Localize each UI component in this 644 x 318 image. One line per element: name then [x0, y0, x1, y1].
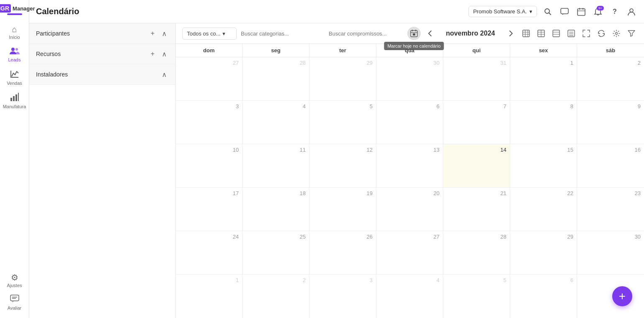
search-compromissos-input[interactable]	[329, 28, 403, 39]
cal-cell-0-2[interactable]: 29	[309, 57, 376, 100]
today-button[interactable]	[407, 27, 421, 40]
cal-cell-0-5[interactable]: 1	[510, 57, 577, 100]
svg-point-0	[11, 48, 15, 51]
user-icon[interactable]	[626, 6, 637, 18]
list-view-icon[interactable]	[565, 28, 577, 39]
cal-cell-1-1[interactable]: 4	[243, 101, 309, 144]
calendar-area: Todos os co... ▾	[176, 23, 644, 318]
cal-cell-5-5[interactable]: 6	[510, 275, 577, 318]
sidebar-item-avaliar[interactable]: Avaliar	[0, 291, 29, 314]
collapse-recursos-button[interactable]: ∧	[160, 50, 169, 58]
cal-cell-5-6[interactable]	[577, 275, 644, 318]
vendas-icon	[10, 69, 19, 79]
cal-cell-2-0[interactable]: 10	[176, 144, 243, 187]
cal-cell-4-6[interactable]: 30	[577, 231, 644, 274]
collapse-instaladores-button[interactable]: ∧	[160, 70, 169, 79]
cal-cell-3-4[interactable]: 21	[443, 188, 510, 231]
next-month-button[interactable]	[505, 28, 517, 39]
search-icon[interactable]	[542, 6, 554, 18]
filter-dropdown[interactable]: Todos os co... ▾	[182, 28, 237, 40]
cal-cell-4-2[interactable]: 26	[309, 231, 376, 274]
section-participantes: Participantes + ∧	[29, 23, 175, 44]
sidebar-item-inicio[interactable]: ⌂ Início	[0, 22, 29, 43]
cal-cell-4-4[interactable]: 28	[443, 231, 510, 274]
cal-cell-3-1[interactable]: 18	[243, 188, 309, 231]
cal-cell-0-6[interactable]: 2	[577, 57, 644, 100]
sidebar-item-ajustes[interactable]: ⚙ Ajustes	[0, 270, 29, 291]
cal-cell-2-6[interactable]: 16	[577, 144, 644, 187]
cal-cell-3-5[interactable]: 22	[510, 188, 577, 231]
cal-date-0-6: 2	[580, 60, 641, 66]
cal-cell-2-4[interactable]: 14	[443, 144, 510, 187]
cal-date-3-5: 22	[514, 190, 573, 196]
help-icon[interactable]: ?	[609, 6, 621, 18]
week-view-icon[interactable]	[535, 28, 547, 39]
section-participantes-header[interactable]: Participantes + ∧	[29, 23, 175, 43]
cal-cell-5-0[interactable]: 1	[176, 275, 243, 318]
day-header-sab: sáb	[577, 44, 644, 57]
collapse-participantes-button[interactable]: ∧	[160, 29, 169, 38]
calendar-topbar-icon[interactable]	[575, 6, 587, 18]
search-categories-input[interactable]	[241, 28, 325, 39]
filter-icon[interactable]	[626, 28, 637, 39]
cal-cell-0-0[interactable]: 27	[176, 57, 243, 100]
bell-icon[interactable]: 9+	[592, 6, 604, 18]
cal-cell-1-0[interactable]: 3	[176, 101, 243, 144]
company-selector[interactable]: Promob Software S.A. ▾	[468, 6, 537, 17]
cal-cell-5-4[interactable]: 5	[443, 275, 510, 318]
cal-cell-4-3[interactable]: 27	[376, 231, 443, 274]
chat-icon[interactable]	[559, 6, 570, 18]
day-view-icon[interactable]	[550, 28, 562, 39]
avaliar-icon	[10, 295, 19, 304]
cal-cell-2-1[interactable]: 11	[243, 144, 309, 187]
cal-cell-4-1[interactable]: 25	[243, 231, 309, 274]
add-participantes-button[interactable]: +	[148, 29, 157, 38]
cal-week-5: 123456	[176, 275, 644, 318]
month-view-icon[interactable]	[520, 28, 532, 39]
sidebar-item-vendas[interactable]: Vendas	[0, 66, 29, 89]
cal-cell-2-5[interactable]: 15	[510, 144, 577, 187]
calendar-nav-right: Marcar hoje no calendário novembro 2024	[407, 27, 637, 40]
cal-date-5-4: 5	[447, 277, 506, 283]
logo-bar	[7, 13, 22, 15]
cal-cell-0-3[interactable]: 30	[376, 57, 443, 100]
cal-cell-5-3[interactable]: 4	[376, 275, 443, 318]
cal-cell-3-0[interactable]: 17	[176, 188, 243, 231]
cal-cell-3-3[interactable]: 20	[376, 188, 443, 231]
section-recursos-header[interactable]: Recursos + ∧	[29, 44, 175, 64]
cal-cell-4-5[interactable]: 29	[510, 231, 577, 274]
cal-cell-1-3[interactable]: 6	[376, 101, 443, 144]
cal-week-3: 17181920212223	[176, 188, 644, 231]
cal-cell-2-3[interactable]: 13	[376, 144, 443, 187]
refresh-icon[interactable]	[595, 28, 607, 39]
sidebar-item-manufatura[interactable]: Manufatura	[0, 89, 29, 112]
section-instaladores-header[interactable]: Instaladores ∧	[29, 64, 175, 84]
leads-icon	[10, 46, 20, 56]
prev-month-button[interactable]	[424, 28, 436, 39]
cal-cell-1-2[interactable]: 5	[309, 101, 376, 144]
home-icon: ⌂	[12, 25, 17, 33]
cal-cell-0-1[interactable]: 28	[243, 57, 309, 100]
cal-cell-4-0[interactable]: 24	[176, 231, 243, 274]
section-instaladores: Instaladores ∧	[29, 64, 175, 85]
add-event-fab[interactable]: +	[612, 286, 632, 306]
sidebar-item-leads[interactable]: Leads	[0, 43, 29, 66]
cal-date-4-3: 27	[380, 234, 440, 240]
expand-view-icon[interactable]	[580, 28, 592, 39]
cal-cell-0-4[interactable]: 31	[443, 57, 510, 100]
cal-cell-5-2[interactable]: 3	[309, 275, 376, 318]
cal-cell-3-2[interactable]: 19	[309, 188, 376, 231]
cal-cell-2-2[interactable]: 12	[309, 144, 376, 187]
cal-cell-1-6[interactable]: 9	[577, 101, 644, 144]
add-recursos-button[interactable]: +	[148, 50, 157, 58]
cal-cell-1-4[interactable]: 7	[443, 101, 510, 144]
cal-date-5-1: 2	[246, 277, 306, 283]
settings-cal-icon[interactable]	[611, 28, 622, 39]
svg-line-10	[549, 13, 551, 15]
cal-cell-1-5[interactable]: 8	[510, 101, 577, 144]
section-instaladores-title: Instaladores	[36, 71, 68, 78]
content-area: Participantes + ∧ Recursos + ∧	[29, 23, 644, 318]
cal-cell-3-6[interactable]: 23	[577, 188, 644, 231]
filter-dropdown-label: Todos os co...	[187, 31, 220, 37]
cal-cell-5-1[interactable]: 2	[243, 275, 309, 318]
